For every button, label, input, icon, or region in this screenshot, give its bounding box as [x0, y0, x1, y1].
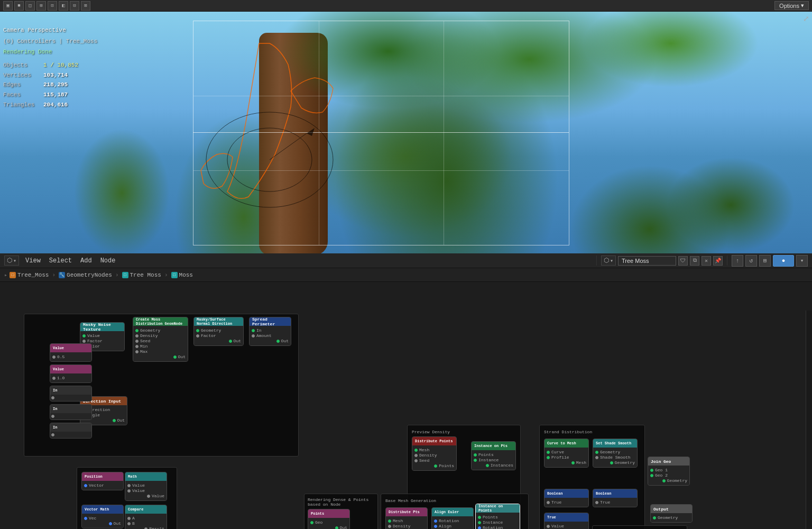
node-toolbar-center: ⬡ ▾ 🛡 ⧉ ✕ 📌	[596, 256, 727, 266]
triangles-label: Triangles	[3, 100, 40, 110]
node-tiny-2-header: In	[50, 405, 91, 413]
view-menu[interactable]: View	[23, 256, 43, 266]
bc-sep-1: ›	[52, 272, 56, 278]
node-sd-1-body: Curve Profile Mesh	[545, 448, 588, 467]
node-bl-2-header: Math	[125, 472, 167, 481]
node-masky-normal[interactable]: Masky/Surface Normal Direction Geometry …	[193, 317, 244, 346]
breadcrumb-geometry-nodes[interactable]: 🔧 GeometryNodes	[59, 272, 112, 278]
node-spread-perimeter[interactable]: Spread Perimeter In Amount Out	[249, 317, 291, 346]
node-preview-2[interactable]: Instance on Pts Points Instance Instance…	[471, 441, 516, 470]
toolbar-icon-8[interactable]: ⊠	[81, 1, 90, 11]
node-bl-2[interactable]: Math Value Value Value	[125, 472, 167, 501]
node-toolbar: ⬡ ▾ View Select Add Node ⬡ ▾ 🛡 ⧉ ✕ 📌 ↑ ↺…	[0, 253, 812, 268]
breadcrumb-moss[interactable]: □ Moss	[171, 272, 193, 278]
node-output-1[interactable]: Join Geo Geo 1 Geo 2 Geometry	[648, 457, 690, 486]
node-canvas[interactable]: Masky Noise Texture Value Factor Color C…	[0, 282, 812, 529]
node-bl-3[interactable]: Vector Math Vec Out	[81, 505, 124, 528]
node-render-1[interactable]: Points Geo Out	[308, 509, 350, 529]
bc-treemossnode-icon: □	[122, 272, 128, 278]
node-sd-2[interactable]: Set Shade Smooth Geometry Shade Smooth G…	[593, 439, 638, 468]
node-shield-icon[interactable]: 🛡	[678, 256, 688, 266]
node-sphere-icon[interactable]: ●	[773, 255, 794, 267]
toolbar-icon-2[interactable]: ■	[14, 1, 24, 11]
objects-label: Objects	[3, 60, 40, 70]
edges-label: Edges	[3, 80, 40, 90]
node-sd-3-body: True	[545, 498, 588, 507]
bottom-left-group: Position Vector Math Value Value Value V…	[77, 467, 177, 529]
node-render-1-body: Geo Out	[308, 518, 349, 529]
node-refresh-icon[interactable]: ↺	[745, 255, 757, 267]
node-editor-chevron: ▾	[13, 258, 16, 264]
breadcrumb: ▸ □ Tree_Moss › 🔧 GeometryNodes › □ Tree…	[0, 268, 812, 282]
node-bm-selected[interactable]: Instance on Points Points Instance Rotat…	[475, 504, 520, 529]
viewport-expand-icon[interactable]: ⤢	[803, 14, 809, 23]
options-button[interactable]: Options ▾	[774, 1, 809, 10]
node-sd-4[interactable]: Boolean True	[593, 489, 638, 507]
node-tiny-1[interactable]: In	[50, 386, 92, 402]
node-close-icon[interactable]: ✕	[702, 256, 711, 266]
node-pin-icon[interactable]: 📌	[713, 256, 723, 266]
node-sd-1[interactable]: Curve to Mesh Curve Profile Mesh	[544, 439, 589, 468]
node-small-2-header: Value	[50, 365, 91, 373]
horizontal-scrollbar[interactable]	[806, 311, 812, 529]
triangles-info: Triangles 204,616	[3, 100, 97, 110]
breadcrumb-tree-moss[interactable]: □ Tree_Moss	[10, 272, 49, 278]
base-mesh-label: Base Mesh Generation	[385, 498, 524, 503]
node-editor-type-selector-2[interactable]: ⬡ ▾	[601, 256, 616, 266]
bc-treemoss-label: Tree_Moss	[17, 272, 49, 278]
faces-label: Faces	[3, 90, 40, 100]
node-editor-type-selector[interactable]: ⬡ ▾	[4, 256, 19, 266]
bc-sep-3: ›	[164, 272, 168, 278]
node-sd-4-body: True	[593, 498, 637, 507]
objects-value: 1 / 10,852	[43, 60, 78, 70]
node-output-2-body: Geometry	[651, 513, 692, 522]
node-sd-3[interactable]: Boolean True	[544, 489, 589, 507]
node-copy-icon[interactable]: ⧉	[690, 256, 699, 266]
node-tiny-3[interactable]: In	[50, 423, 92, 439]
toolbar-icon-1[interactable]: ▣	[3, 1, 13, 11]
node-sd-2-header: Set Shade Smooth	[593, 439, 637, 448]
node-chevron-down[interactable]: ▾	[796, 255, 808, 267]
node-preview-1-body: Mesh Density Seed Points	[412, 445, 456, 470]
node-bl-4[interactable]: Compare A B Result	[125, 505, 167, 529]
toolbar-icon-5[interactable]: ⊡	[48, 1, 57, 11]
select-menu[interactable]: Select	[47, 256, 74, 266]
node-up-arrow[interactable]: ↑	[732, 255, 743, 267]
center-render-group: Rendering Dense & Points based on Node P…	[304, 494, 378, 529]
node-editor-icon-2: ⬡	[604, 257, 609, 264]
node-tiny-2[interactable]: In	[50, 404, 92, 420]
node-bm-1-header: Distribute Pts	[386, 508, 427, 516]
node-spread-perimeter-header: Spread Perimeter	[250, 317, 291, 326]
node-create-moss-dist-body: Geometry Density Seed Min Max Out	[133, 326, 188, 361]
node-preview-1[interactable]: Distribute Points Mesh Density Seed Poin…	[412, 436, 457, 471]
node-bm-selected-body: Points Instance Rotation Scale Instances	[476, 513, 520, 529]
viewport[interactable]: Camera Perspective (0) Controllers | Tre…	[0, 12, 812, 253]
toolbar-right: Options ▾	[774, 1, 809, 10]
node-grid-icon[interactable]: ⊞	[759, 255, 771, 267]
node-render-1-header: Points	[308, 509, 349, 518]
bc-treemoss-icon: □	[10, 272, 16, 278]
breadcrumb-tree-moss-node[interactable]: □ Tree Moss	[122, 272, 161, 278]
vertices-label: Vertices	[3, 70, 40, 80]
node-bl-1[interactable]: Position Vector	[81, 472, 124, 490]
node-small-2[interactable]: Value 1.0	[50, 364, 92, 383]
node-bm-2[interactable]: Align Euler Rotation Align Rotation	[431, 507, 474, 529]
bc-moss-icon: □	[171, 272, 178, 278]
node-editor: ⬡ ▾ View Select Add Node ⬡ ▾ 🛡 ⧉ ✕ 📌 ↑ ↺…	[0, 253, 812, 529]
node-preview-2-header: Instance on Pts	[472, 442, 515, 450]
add-menu[interactable]: Add	[78, 256, 94, 266]
node-bm-1[interactable]: Distribute Pts Mesh Density Points	[385, 507, 428, 529]
node-sd-5-body: Value	[545, 522, 588, 529]
node-create-moss-dist[interactable]: Create Moss Distribution GeomNode Geomet…	[133, 317, 188, 362]
toolbar-icon-3[interactable]: ◫	[25, 1, 35, 11]
node-menu[interactable]: Node	[98, 256, 118, 266]
node-sd-5[interactable]: True Value	[544, 513, 589, 529]
toolbar-icon-7[interactable]: ⊟	[70, 1, 79, 11]
node-small-1[interactable]: Value 0.5	[50, 343, 92, 362]
node-name-input[interactable]	[618, 256, 676, 266]
node-preview-1-header: Distribute Points	[412, 437, 456, 445]
node-output-2[interactable]: Output Geometry	[650, 504, 693, 523]
toolbar-icon-6[interactable]: ◧	[59, 1, 68, 11]
toolbar-icon-4[interactable]: ⊞	[36, 1, 46, 11]
node-bl-1-body: Vector	[82, 481, 123, 490]
